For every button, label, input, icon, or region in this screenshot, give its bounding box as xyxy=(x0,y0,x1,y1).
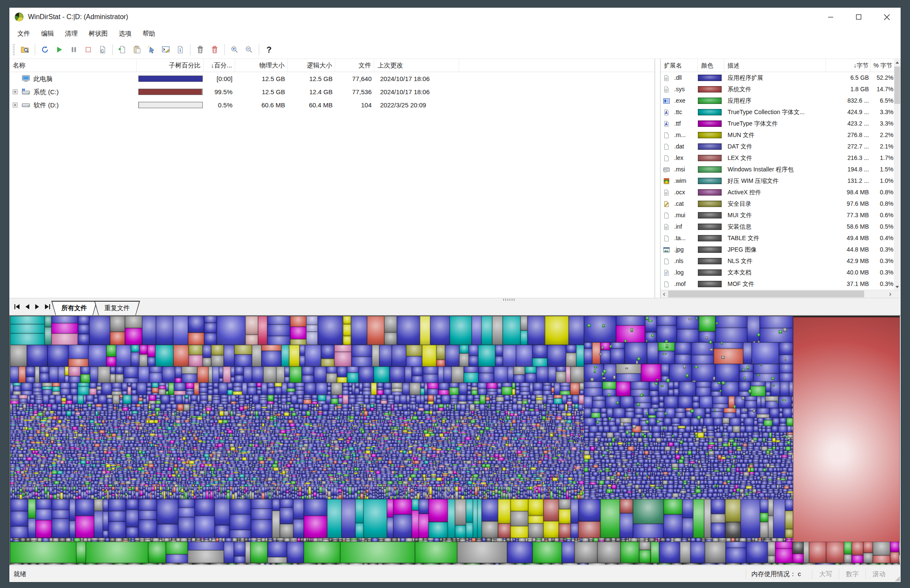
open-in-explorer-button[interactable] xyxy=(144,43,159,56)
menu-item-5[interactable]: 帮助 xyxy=(137,26,161,41)
tree-cell-pct: 0.5% xyxy=(204,98,235,112)
panel-splitter[interactable] xyxy=(655,59,660,298)
tree-column-header-2[interactable]: ↓百分... xyxy=(204,59,235,72)
toolbar-grip[interactable] xyxy=(13,44,15,55)
extension-description: TrueType Collection 字体文... xyxy=(724,106,826,118)
extension-row[interactable]: .ocxActiveX 控件98.4 MB0.8% xyxy=(661,187,901,198)
extension-row[interactable]: .ttfTrueType 字体文件423.2 ...3.3% xyxy=(661,118,901,129)
menu-item-3[interactable]: 树状图 xyxy=(83,26,113,41)
extension-row[interactable]: .lexLEX 文件216.3 ...1.7% xyxy=(661,152,901,164)
pause-button[interactable] xyxy=(67,43,81,56)
extension-description: TABLE 文件 xyxy=(724,232,826,244)
vertical-scroll-thumb[interactable] xyxy=(894,67,900,104)
menu-item-4[interactable]: 选项 xyxy=(113,26,137,41)
extension-row[interactable]: .sys系统文件1.8 GB14.7% xyxy=(661,84,901,95)
extension-row[interactable]: .jpgJPEG 图像44.8 MB0.3% xyxy=(661,244,901,255)
first-page-button[interactable] xyxy=(14,304,20,309)
tree-column-header-0[interactable]: 名称 xyxy=(9,59,137,72)
minimize-button[interactable] xyxy=(817,8,845,26)
installer-icon xyxy=(663,166,672,173)
tree-cell-files: 104 xyxy=(335,98,374,112)
color-swatch xyxy=(698,281,722,287)
refresh-all-button[interactable] xyxy=(38,43,52,56)
extension-row[interactable]: .cat安全目录97.6 MB0.8% xyxy=(661,198,901,210)
delete-permanently-button[interactable] xyxy=(207,43,222,56)
extension-vertical-scrollbar[interactable] xyxy=(894,59,901,290)
tree-row[interactable]: 此电脑[0:00]12.5 GB12.5 GB77,6402024/10/17 … xyxy=(9,72,655,85)
tab-all-files[interactable]: 所有文件 xyxy=(51,301,97,315)
extension-column-header-1[interactable]: 颜色 xyxy=(698,59,724,72)
extension-bytes: 276.8 ... xyxy=(826,129,871,141)
expand-icon[interactable] xyxy=(13,90,17,94)
color-swatch xyxy=(698,143,722,150)
tree-cell-logical: 60.4 MB xyxy=(288,98,335,112)
extension-row[interactable]: .exe应用程序832.6 ...6.5% xyxy=(661,95,901,106)
extension-bytes-percent: 3.3% xyxy=(871,106,894,118)
extension-column-header-0[interactable]: 扩展名 xyxy=(661,59,698,72)
page-refresh-icon xyxy=(98,45,107,54)
copy-path-button[interactable] xyxy=(115,43,130,56)
scroll-right-icon[interactable]: › xyxy=(887,290,894,298)
menu-item-0[interactable]: 文件 xyxy=(12,26,36,41)
horizontal-splitter-grip[interactable] xyxy=(503,299,516,301)
tab-duplicate-files[interactable]: 重复文件 xyxy=(94,301,140,315)
zoom-in-button[interactable] xyxy=(227,43,242,56)
previous-page-button[interactable] xyxy=(25,304,29,309)
tree-rows: 此电脑[0:00]12.5 GB12.5 GB77,6402024/10/17 … xyxy=(9,72,655,112)
expand-icon[interactable] xyxy=(13,103,17,107)
extension-row[interactable]: .ta...TABLE 文件49.4 MB0.4% xyxy=(661,232,901,244)
extension-row[interactable]: .m...MUN 文件276.8 ...2.2% xyxy=(661,129,901,141)
tree-column-header-5[interactable]: 文件 xyxy=(335,59,374,72)
extension-row[interactable]: .dll应用程序扩展6.5 GB52.2% xyxy=(661,72,901,84)
refresh-selected-button[interactable] xyxy=(95,43,110,56)
resize-grip[interactable]: ◢ xyxy=(892,566,901,582)
tree-row[interactable]: 软件 (D:)0.5%60.6 MB60.4 MB1042022/3/25 20… xyxy=(9,98,655,112)
open-report-button[interactable] xyxy=(18,43,32,56)
extension-row[interactable]: .msiWindows Installer 程序包194.8 ...1.5% xyxy=(661,164,901,175)
extension-row[interactable]: .datDAT 文件272.7 ...2.1% xyxy=(661,141,901,152)
extension-row[interactable]: .wim好压 WIM 压缩文件131.2 ...1.0% xyxy=(661,175,901,187)
treemap-canvas[interactable] xyxy=(10,316,900,566)
maximize-button[interactable] xyxy=(845,8,873,26)
tree-row[interactable]: 系统 (C:)99.5%12.5 GB12.4 GB77,5362024/10/… xyxy=(9,85,655,98)
extension-column-header-4[interactable]: % 字节 xyxy=(871,59,894,72)
tree-column-header-4[interactable]: 逻辑大小 xyxy=(288,59,335,72)
extension-row[interactable]: .nlsNLS 文件42.9 MB0.3% xyxy=(661,255,901,267)
extension-row[interactable]: .log文本文档40.0 MB0.3% xyxy=(661,267,901,278)
help-button[interactable]: ? xyxy=(262,43,276,56)
scroll-left-icon[interactable]: ‹ xyxy=(661,290,668,298)
extension-column-header-2[interactable]: 描述 xyxy=(724,59,826,72)
command-prompt-button[interactable] xyxy=(159,43,173,56)
extension-column-header-3[interactable]: ↓字节 xyxy=(826,59,871,72)
extension-row[interactable]: .inf安装信息58.6 MB0.5% xyxy=(661,221,901,232)
last-page-button[interactable] xyxy=(45,304,50,309)
treemap-view[interactable] xyxy=(9,315,901,566)
resume-button[interactable] xyxy=(52,43,67,56)
window-controls xyxy=(817,8,901,26)
scroll-up-icon[interactable] xyxy=(894,59,901,66)
stop-button[interactable] xyxy=(81,43,95,56)
tree-column-header-1[interactable]: 子树百分比 xyxy=(137,59,204,72)
properties-button[interactable] xyxy=(173,43,188,56)
menu-item-1[interactable]: 编辑 xyxy=(36,26,59,41)
extension-row[interactable]: .ttcTrueType Collection 字体文...424.9 ...3… xyxy=(661,106,901,118)
paste-button[interactable] xyxy=(130,43,144,56)
title-bar[interactable]: WinDirStat - C:|D: (Administrator) xyxy=(9,8,901,26)
zoom-out-button[interactable] xyxy=(242,43,256,56)
delete-to-recycle-button[interactable] xyxy=(193,43,207,56)
tree-column-header-3[interactable]: 物理大小 xyxy=(235,59,288,72)
page-icon xyxy=(663,258,672,265)
tree-cell-files: 77,640 xyxy=(335,72,374,85)
extension-bytes: 98.4 MB xyxy=(826,187,871,198)
scroll-down-icon[interactable] xyxy=(894,283,901,290)
extension-row[interactable]: .mofMOF 文件37.1 MB0.3% xyxy=(661,278,901,290)
close-button[interactable] xyxy=(873,8,901,26)
next-page-button[interactable] xyxy=(35,304,39,309)
horizontal-scroll-thumb[interactable] xyxy=(668,291,864,297)
extension-horizontal-scrollbar[interactable]: ‹ › xyxy=(661,290,901,298)
tree-cell-modified: 2024/10/17 18:06 xyxy=(374,85,459,98)
extension-bytes-percent: 0.3% xyxy=(871,244,894,255)
tree-column-header-6[interactable]: 上次更改 xyxy=(374,59,459,72)
menu-item-2[interactable]: 清理 xyxy=(59,26,83,41)
extension-row[interactable]: .muiMUI 文件77.3 MB0.6% xyxy=(661,210,901,221)
